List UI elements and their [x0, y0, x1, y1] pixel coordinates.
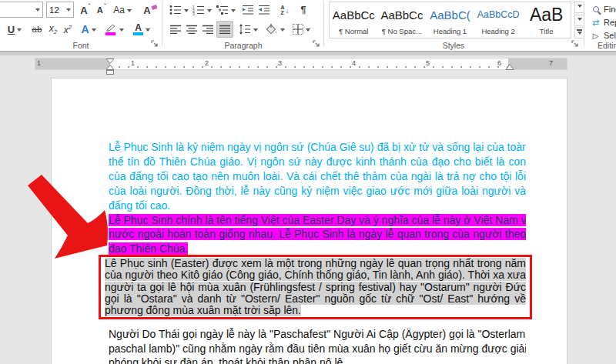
font-color-button[interactable]: A — [129, 21, 154, 38]
chevron-down-icon — [280, 28, 285, 34]
ruler-number: 2 — [205, 59, 209, 67]
align-left-icon — [170, 25, 182, 35]
paragraph-3: Lễ Phục sinh (Easter) được xem là một tr… — [105, 258, 526, 316]
subscript-button[interactable]: x2 — [46, 21, 60, 38]
font-size-combo[interactable]: 12 — [46, 2, 74, 18]
paragraph-group-label: Paragraph — [163, 41, 323, 50]
ruler-number: 3 — [278, 59, 282, 67]
ruler-number: 7 — [549, 59, 553, 67]
chevron-down-icon — [306, 28, 310, 34]
font-name-combo[interactable] — [0, 2, 43, 18]
numbering-button[interactable]: 123 — [191, 2, 213, 18]
document-page[interactable]: Lễ Phục Sinh là kỷ niệm ngày vị ngôn sứ … — [51, 78, 567, 364]
caret-up-icon: ˆ — [89, 3, 91, 12]
show-formatting-marks-button[interactable]: ¶ — [296, 2, 311, 18]
chevron-down-icon — [231, 9, 236, 15]
sort-button[interactable]: AZ ↓ — [276, 2, 294, 18]
shrink-font-button[interactable]: Aˇ — [94, 2, 109, 18]
group-separator — [162, 2, 162, 46]
search-icon — [590, 6, 601, 12]
shading-button[interactable] — [263, 21, 286, 38]
chevron-down-icon — [119, 28, 124, 34]
indent-marker[interactable] — [105, 58, 115, 75]
find-label: Find — [604, 5, 616, 14]
highlight-color-button[interactable] — [102, 21, 126, 38]
highlight-color-swatch — [105, 32, 116, 35]
strikethrough-button[interactable]: ab — [29, 21, 45, 38]
ruler-number: 6 — [497, 59, 501, 67]
paragraph-dialog-launcher[interactable] — [313, 40, 321, 48]
change-case-button[interactable]: Aa — [112, 2, 133, 18]
text-line: phóng khỏi sự đàn áp, thoát khỏi thân ph… — [109, 356, 526, 364]
align-right-icon — [203, 25, 214, 35]
text-line: Lễ Phục Sinh là kỷ niệm ngày vị ngôn sứ … — [109, 140, 526, 155]
superscript-button[interactable]: x2 — [61, 21, 75, 38]
ribbon: 12 Aˆ Aˇ Aa A U ab — [0, 0, 616, 51]
text-line: nước ngoài hoàn toàn giống nhau. Lễ Phục… — [109, 227, 526, 241]
borders-button[interactable] — [290, 21, 313, 38]
sort-az-icon: AZ ↓ — [280, 5, 289, 15]
font-dialog-launcher[interactable] — [151, 40, 159, 48]
shrink-font-letter: A — [97, 5, 103, 15]
word-window: 12 Aˆ Aˇ Aa A U ab — [0, 0, 616, 364]
clear-formatting-button[interactable]: A — [141, 2, 159, 18]
ribbon-group-styles: AaBbCc¶ NormalAaBbCc¶ No Spac...AaBbC(He… — [325, 0, 582, 51]
chevron-down-icon — [146, 28, 150, 34]
styles-group-label: Styles — [325, 41, 582, 50]
horizontal-ruler[interactable]: 11234567 — [35, 58, 567, 70]
text-effects-button[interactable]: A — [80, 21, 97, 38]
font-group-label: Font — [0, 41, 162, 50]
ruler-number: 1 — [131, 59, 135, 67]
increase-indent-button[interactable] — [256, 2, 272, 18]
numbered-list-icon: 123 — [192, 5, 205, 15]
underline-letter: U — [8, 24, 15, 35]
replace-icon: ⇄ — [590, 18, 601, 28]
justify-button[interactable] — [216, 21, 233, 38]
underline-button[interactable]: U — [5, 21, 25, 38]
style-card--no-spac-[interactable]: AaBbCc¶ No Spac... — [378, 2, 427, 38]
highlighter-pen-icon — [105, 24, 117, 35]
line-spacing-icon — [239, 24, 251, 35]
style-sample: AaBbC( — [430, 2, 470, 27]
multilevel-list-icon — [216, 5, 229, 15]
bullets-button[interactable] — [168, 2, 189, 18]
clear-formatting-letter: A — [143, 5, 150, 16]
replace-button[interactable]: ⇄Replace — [590, 16, 616, 28]
align-center-button[interactable] — [184, 21, 199, 38]
text-line: của loài người. Đồng thời, lễ này cũng k… — [109, 184, 526, 199]
editing-group-label: Editing — [587, 41, 616, 50]
grow-font-button[interactable]: Aˆ — [78, 2, 93, 18]
multilevel-list-button[interactable] — [214, 2, 237, 18]
style-card-title[interactable]: AaBTitle — [522, 2, 571, 38]
align-left-button[interactable] — [168, 21, 183, 38]
ruler-number: 5 — [426, 59, 430, 67]
style-sample: AaB — [530, 2, 563, 27]
style-sample: AaBbCc — [380, 2, 423, 27]
style-card-heading-2[interactable]: AaBbCcDHeading 2 — [474, 2, 523, 38]
font-color-letter: A — [135, 24, 142, 32]
text-line: Lễ Phục Sinh chính là tên tiếng Việt của… — [109, 213, 526, 227]
style-sample: AaBbCcD — [477, 2, 520, 27]
select-button[interactable]: ▷Select — [590, 29, 616, 42]
paragraph-1: Lễ Phục Sinh là kỷ niệm ngày vị ngôn sứ … — [109, 140, 526, 213]
text-line: paschal lamb)" cũng nhằm ngày rằm đầu ti… — [109, 342, 526, 356]
styles-dialog-launcher[interactable] — [571, 40, 580, 48]
decrease-indent-button[interactable] — [240, 2, 256, 18]
text-line: đạo Thiên Chúa. — [109, 242, 526, 255]
increase-indent-icon — [258, 5, 270, 15]
bullet-list-icon — [169, 5, 182, 15]
chevron-down-icon — [184, 9, 189, 15]
font-color-swatch — [133, 32, 143, 35]
strikethrough-letters: ab — [32, 25, 42, 34]
eraser-icon — [151, 5, 157, 10]
align-right-button[interactable] — [200, 21, 216, 38]
find-button[interactable]: Find — [590, 3, 616, 15]
style-caption: ¶ Normal — [339, 27, 368, 35]
style-card-heading-1[interactable]: AaBbC(Heading 1 — [426, 2, 474, 38]
style-caption: ¶ No Spac... — [382, 27, 422, 35]
style-card--normal[interactable]: AaBbCc¶ Normal — [330, 2, 378, 38]
paragraph-4: Người Do Thái gọi ngày lễ này là "Pascha… — [109, 327, 526, 364]
style-sample: AaBbCc — [333, 2, 375, 27]
line-spacing-button[interactable] — [237, 21, 259, 38]
right-indent-marker[interactable] — [505, 64, 514, 71]
